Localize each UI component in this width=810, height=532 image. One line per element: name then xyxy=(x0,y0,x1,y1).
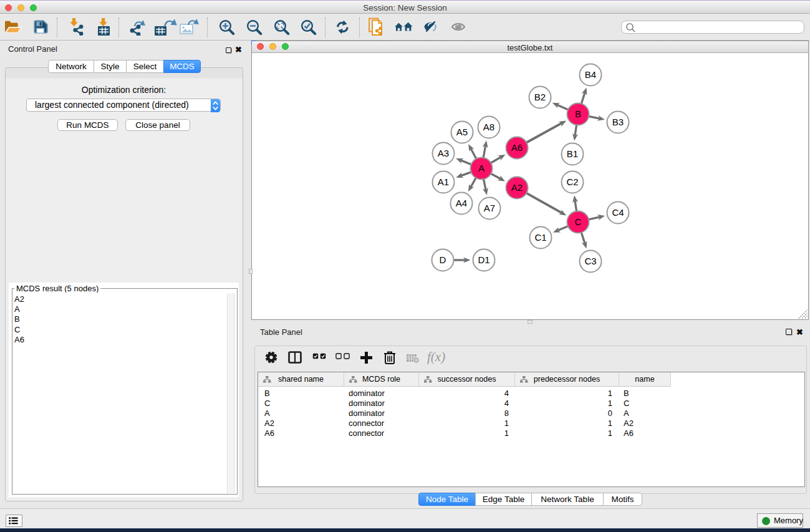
svg-text:D1: D1 xyxy=(478,254,489,265)
svg-text:C3: C3 xyxy=(584,256,596,266)
svg-text:C4: C4 xyxy=(612,207,624,218)
svg-text:A4: A4 xyxy=(456,198,467,208)
svg-text:A: A xyxy=(478,163,485,173)
svg-text:A1: A1 xyxy=(438,177,449,187)
svg-text:D: D xyxy=(440,254,446,265)
svg-text:A5: A5 xyxy=(456,127,468,137)
svg-text:C2: C2 xyxy=(566,177,578,187)
svg-text:C: C xyxy=(575,216,582,227)
svg-text:B3: B3 xyxy=(612,117,624,127)
svg-text:B1: B1 xyxy=(567,148,578,159)
svg-text:A6: A6 xyxy=(511,142,523,153)
svg-text:A8: A8 xyxy=(483,122,494,132)
svg-text:C1: C1 xyxy=(534,232,546,243)
svg-text:B4: B4 xyxy=(585,69,596,80)
svg-text:A7: A7 xyxy=(484,203,495,213)
svg-text:A3: A3 xyxy=(438,148,449,158)
svg-text:B: B xyxy=(575,109,581,119)
svg-text:A2: A2 xyxy=(511,182,523,193)
svg-text:B2: B2 xyxy=(534,92,546,102)
